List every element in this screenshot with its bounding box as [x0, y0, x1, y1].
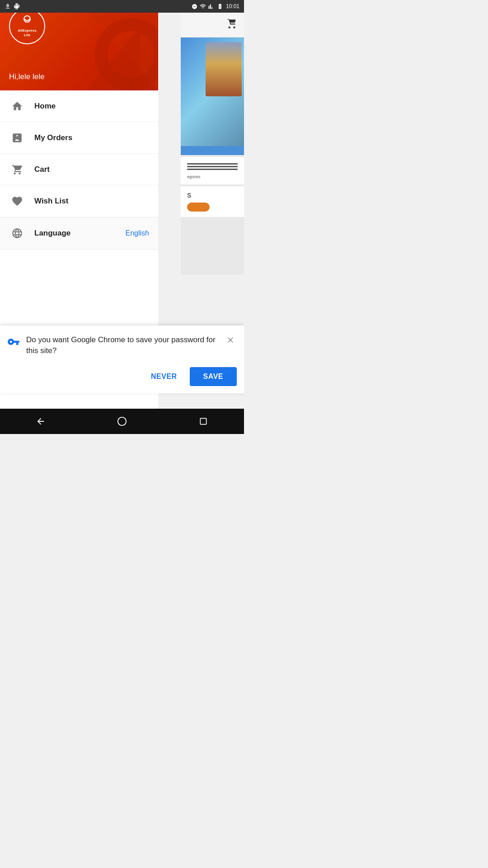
app-bg-line	[187, 163, 238, 165]
cart-icon-bg	[226, 18, 238, 32]
heart-icon	[9, 193, 25, 209]
do-not-disturb-icon	[192, 4, 197, 9]
status-bar-left	[5, 3, 20, 9]
app-bg-lines	[184, 160, 240, 173]
chrome-close-button[interactable]	[224, 335, 237, 348]
menu-label-cart: Cart	[34, 165, 149, 174]
app-bg-header	[181, 13, 244, 38]
app-bg-section: egories	[181, 157, 244, 184]
chrome-prompt-buttons: NEVER SAVE	[7, 367, 237, 386]
menu-label-my-orders: My Orders	[34, 133, 149, 142]
save-button[interactable]: SAVE	[190, 367, 237, 386]
status-time: 10:01	[226, 3, 239, 9]
menu-label-home: Home	[34, 102, 149, 111]
app-bg-image-inner	[206, 42, 242, 96]
app-bg-categories-text: egories	[184, 173, 240, 181]
status-bar-right: 10:01	[192, 3, 239, 9]
app-bg-line	[187, 169, 238, 170]
menu-label-wish-list: Wish List	[34, 197, 149, 206]
back-button[interactable]	[27, 412, 54, 430]
menu-item-my-orders[interactable]: My Orders	[0, 122, 158, 154]
app-logo: AllExpress Lite	[9, 8, 45, 44]
menu-item-home[interactable]: Home	[0, 90, 158, 122]
drawer-header: AllExpress Lite Hi,lele lele	[0, 0, 158, 90]
menu-item-cart[interactable]: Cart	[0, 154, 158, 185]
app-bg-line	[187, 166, 238, 167]
key-icon	[7, 335, 20, 351]
language-section: Language English	[0, 217, 158, 250]
signal-icon	[208, 4, 214, 9]
cart-icon	[9, 161, 25, 178]
language-value: English	[126, 229, 149, 237]
never-button[interactable]: NEVER	[145, 368, 183, 385]
app-bg-blue-bar	[181, 146, 244, 155]
menu-label-language: Language	[34, 229, 126, 238]
chrome-save-password-prompt: Do you want Google Chrome to save your p…	[0, 326, 244, 393]
menu-item-language[interactable]: Language English	[0, 217, 158, 249]
chrome-prompt-header: Do you want Google Chrome to save your p…	[7, 335, 237, 356]
drawer-greeting: Hi,lele lele	[9, 72, 44, 81]
home-icon	[9, 98, 25, 114]
app-bg-text-s: S	[184, 190, 240, 201]
app-bg-orange-btn	[187, 203, 210, 212]
svg-point-1	[118, 417, 126, 425]
main-menu-section: Home My Orders Cart	[0, 90, 158, 217]
menu-item-wish-list[interactable]: Wish List	[0, 185, 158, 217]
app-bg-section-2: S	[181, 186, 244, 217]
navigation-bar	[0, 409, 244, 434]
orders-icon	[9, 130, 25, 146]
recents-button[interactable]	[190, 412, 217, 430]
battery-icon	[216, 3, 224, 9]
download-icon	[5, 3, 11, 9]
app-bg-image	[181, 38, 244, 146]
logo-text: AllExpress Lite	[18, 28, 36, 37]
globe-icon	[9, 225, 25, 241]
logo-smile-icon	[20, 15, 34, 28]
svg-rect-2	[200, 418, 206, 424]
chrome-prompt-message: Do you want Google Chrome to save your p…	[26, 335, 224, 356]
status-bar: 10:01	[0, 0, 244, 13]
android-icon	[14, 3, 20, 9]
app-background: egories S	[181, 13, 244, 275]
home-nav-button[interactable]	[108, 412, 136, 430]
wifi-icon	[200, 3, 206, 9]
